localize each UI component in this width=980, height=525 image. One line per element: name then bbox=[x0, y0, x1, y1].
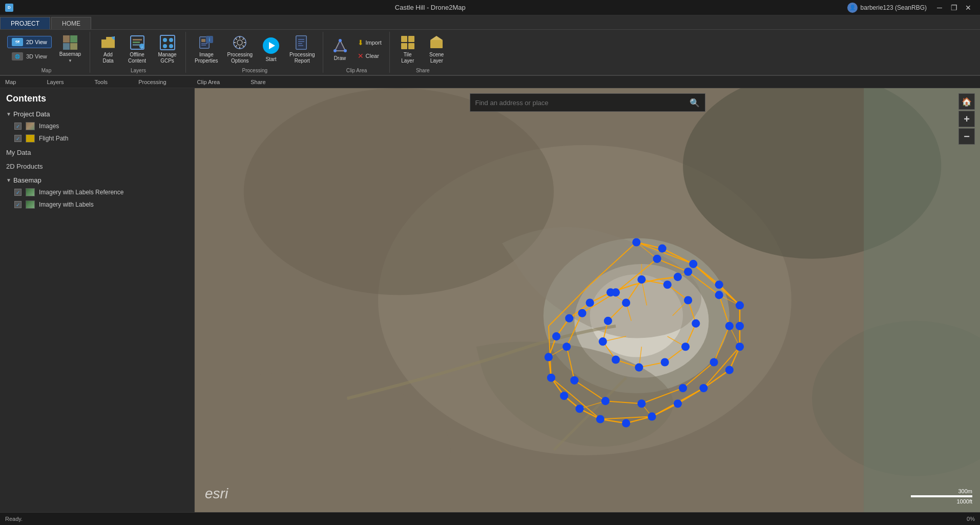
sidebar-item-flight-path[interactable]: ✓ Flight Path bbox=[0, 132, 194, 145]
collapse-arrow-basemap: ▼ bbox=[6, 177, 11, 183]
scale-300m-label: 300m bbox=[958, 488, 972, 494]
processing-report-button[interactable]: ProcessingReport bbox=[286, 32, 318, 67]
category-processing[interactable]: Processing bbox=[138, 79, 166, 85]
svg-rect-1 bbox=[133, 39, 142, 41]
ribbon-tabs: PROJECT HOME bbox=[0, 15, 980, 30]
start-label: Start bbox=[266, 56, 277, 62]
sidebar-section-my-data[interactable]: My Data bbox=[0, 146, 194, 159]
manage-gcps-icon bbox=[159, 34, 176, 50]
svg-point-39 bbox=[339, 39, 342, 42]
import-label: Import bbox=[366, 39, 382, 46]
svg-point-9 bbox=[163, 44, 167, 48]
imagery-labels-checkbox[interactable]: ✓ bbox=[14, 201, 22, 208]
tile-layer-button[interactable]: TileLayer bbox=[395, 32, 421, 67]
processing-options-button[interactable]: ProcessingOptions bbox=[224, 32, 256, 67]
zoom-out-button[interactable]: − bbox=[958, 128, 975, 145]
clear-label: Clear bbox=[366, 53, 379, 59]
image-properties-button[interactable]: i ImageProperties bbox=[191, 32, 222, 67]
flight-path-checkbox[interactable]: ✓ bbox=[14, 135, 22, 142]
map-canvas bbox=[195, 88, 980, 512]
scale-1000ft-label: 1000ft bbox=[956, 498, 972, 504]
status-percent: 0% bbox=[967, 516, 975, 522]
restore-button[interactable]: ❐ bbox=[947, 2, 961, 13]
draw-icon bbox=[332, 37, 348, 54]
imagery-labels-ref-label: Imagery with Labels Reference bbox=[39, 189, 123, 196]
start-button[interactable]: Start bbox=[258, 32, 284, 67]
sidebar-section-2d-products[interactable]: 2D Products bbox=[0, 159, 194, 173]
category-clip-area[interactable]: Clip Area bbox=[197, 79, 220, 85]
category-layers[interactable]: Layers bbox=[47, 79, 64, 85]
processing-options-icon bbox=[232, 34, 248, 50]
offline-content-label: OfflineContent bbox=[128, 52, 146, 64]
view-2d-icon: 🗺 bbox=[12, 38, 23, 46]
image-properties-label: ImageProperties bbox=[195, 52, 218, 64]
ribbon-section-processing: i ImageProperties ProcessingOptions Star… bbox=[187, 32, 323, 73]
search-input[interactable] bbox=[475, 99, 685, 107]
ribbon-section-map: 🗺 2D View 🌐 3D View Basemap ▼ Map bbox=[3, 32, 90, 73]
add-data-button[interactable]: + AddData bbox=[95, 32, 121, 67]
view-3d-icon: 🌐 bbox=[12, 52, 23, 60]
svg-rect-45 bbox=[430, 40, 443, 48]
main-area: Contents ▼ Project Data ✓ Images ✓ Fligh… bbox=[0, 88, 980, 512]
minimize-button[interactable]: ─ bbox=[933, 2, 946, 13]
window-controls: ─ ❐ ✕ bbox=[933, 2, 975, 13]
basemap-button[interactable]: Basemap ▼ bbox=[55, 32, 86, 67]
svg-point-7 bbox=[163, 38, 167, 42]
close-button[interactable]: ✕ bbox=[962, 2, 975, 13]
svg-rect-44 bbox=[408, 43, 414, 49]
user-icon: 👤 bbox=[847, 3, 858, 13]
sidebar: Contents ▼ Project Data ✓ Images ✓ Fligh… bbox=[0, 88, 195, 512]
category-map[interactable]: Map bbox=[5, 79, 16, 85]
tab-project[interactable]: PROJECT bbox=[0, 17, 50, 29]
sidebar-title: Contents bbox=[0, 88, 194, 107]
svg-text:↓: ↓ bbox=[141, 45, 143, 49]
images-label: Images bbox=[39, 123, 59, 130]
basemap-label: Basemap bbox=[59, 51, 81, 57]
layers-section-label: Layers bbox=[95, 67, 181, 74]
offline-content-button[interactable]: ↓ OfflineContent bbox=[123, 32, 151, 67]
user-info: 👤 barberie123 (SeanRBG) bbox=[847, 3, 927, 13]
images-icon bbox=[26, 122, 35, 130]
sidebar-item-imagery-labels-ref[interactable]: ✓ Imagery with Labels Reference bbox=[0, 186, 194, 198]
processing-report-label: ProcessingReport bbox=[289, 52, 315, 64]
view-2d-button[interactable]: 🗺 2D View bbox=[7, 36, 52, 48]
svg-rect-13 bbox=[201, 39, 205, 42]
esri-logo: esri bbox=[205, 486, 228, 502]
section-header-project-data[interactable]: ▼ Project Data bbox=[0, 108, 194, 120]
sidebar-item-images[interactable]: ✓ Images bbox=[0, 120, 194, 132]
home-button[interactable]: 🏠 bbox=[958, 93, 975, 110]
svg-rect-43 bbox=[401, 43, 407, 49]
search-icon[interactable]: 🔍 bbox=[690, 98, 700, 108]
draw-button[interactable]: Draw bbox=[328, 32, 352, 67]
manage-gcps-button[interactable]: ManageGCPs bbox=[153, 32, 181, 67]
scale-rule-top bbox=[911, 495, 972, 497]
ribbon-section-share: TileLayer SceneLayer Share bbox=[391, 32, 455, 73]
ribbon-section-clip: Draw ⬇ Import ✕ Clear Clip Area bbox=[324, 32, 390, 73]
svg-line-27 bbox=[236, 45, 237, 47]
ribbon-toolbar: 🗺 2D View 🌐 3D View Basemap ▼ Map bbox=[0, 30, 980, 76]
zoom-in-button[interactable]: + bbox=[958, 111, 975, 127]
clear-button[interactable]: ✕ Clear bbox=[354, 50, 385, 62]
map-section-label: Map bbox=[7, 67, 86, 74]
offline-content-icon: ↓ bbox=[129, 34, 145, 50]
scene-layer-button[interactable]: SceneLayer bbox=[423, 32, 451, 67]
svg-line-24 bbox=[236, 38, 237, 39]
tab-home[interactable]: HOME bbox=[51, 17, 91, 29]
processing-report-icon bbox=[294, 34, 310, 50]
import-button[interactable]: ⬇ Import bbox=[354, 36, 385, 49]
images-checkbox[interactable]: ✓ bbox=[14, 123, 22, 130]
category-tools[interactable]: Tools bbox=[94, 79, 108, 85]
map-nav: 🏠 + − bbox=[958, 93, 975, 145]
add-data-label: AddData bbox=[102, 52, 113, 64]
category-share[interactable]: Share bbox=[251, 79, 265, 85]
map-area[interactable]: 🔍 🏠 + − esri 300m 1000ft bbox=[195, 88, 980, 512]
section-header-basemap[interactable]: ▼ Basemap bbox=[0, 174, 194, 186]
imagery-labels-ref-checkbox[interactable]: ✓ bbox=[14, 189, 22, 196]
clip-section-label: Clip Area bbox=[328, 67, 385, 74]
tile-layer-icon bbox=[400, 34, 416, 50]
sidebar-item-imagery-labels[interactable]: ✓ Imagery with Labels bbox=[0, 198, 194, 211]
imagery-labels-ref-icon bbox=[26, 188, 35, 196]
svg-line-25 bbox=[243, 45, 244, 47]
view-3d-button[interactable]: 🌐 3D View bbox=[7, 50, 52, 63]
app-icon: D bbox=[5, 4, 13, 12]
